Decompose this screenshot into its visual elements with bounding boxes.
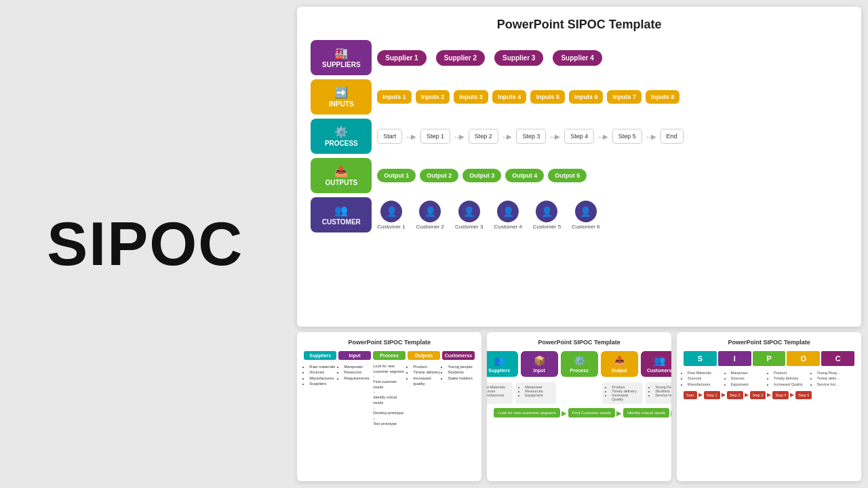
arrow-4: --▶ — [550, 133, 560, 140]
suppliers-content: Supplier 1 Supplier 2 Supplier 3 Supplie… — [377, 50, 848, 66]
mini-sipoc-col-s: Raw MaterialsSourcesManufactures — [684, 370, 725, 387]
process-step2: Step 2 — [469, 129, 498, 144]
process-step1: Step 1 — [420, 129, 450, 144]
mini-arrow-sep-1: ▶ — [616, 409, 622, 417]
mini-slide-2: PowerPoint SIPOC Template 👥 Suppliers 📦 … — [487, 332, 671, 481]
mini-content-3: ProductTimely deliveryIncreased Quality — [602, 382, 643, 404]
mini-slide-3: PowerPoint SIPOC Template S I P O C Raw … — [677, 332, 861, 481]
suppliers-text: SUPPLIERS — [322, 61, 361, 68]
left-panel: SIPOC — [0, 0, 290, 488]
mini-col-2: Look for new customer segment↓Find custo… — [373, 364, 406, 426]
mini-slide-3-title: PowerPoint SIPOC Template — [684, 339, 854, 346]
mini-step-arr-0: ▶ — [698, 392, 703, 398]
mini-step-arr-1: ▶ — [722, 392, 726, 398]
input-8: Inputs 8 — [646, 90, 680, 104]
sipoc-title: SIPOC — [47, 209, 243, 279]
customer-text: CUSTOMER — [322, 218, 361, 226]
input-mini-icon: 📦 — [534, 355, 545, 366]
outputs-row: 📤 OUTPUTS Output 1 Output 2 Output 3 Out… — [311, 158, 848, 193]
arrow-6: --▶ — [646, 133, 656, 140]
mini-arrow-row: Look for new customer segment ▶ Find Cus… — [494, 408, 665, 418]
customer-label: 👥 CUSTOMER — [311, 197, 372, 232]
mini-arrow-1: Find Customer needs — [568, 408, 615, 418]
mini-content-row: Raw MaterialsSourcesManufactures Manpowe… — [494, 382, 665, 404]
customer-avatar-6: 👤 — [575, 201, 597, 222]
mini-slide-1-title: PowerPoint SIPOC Template — [304, 339, 475, 346]
process-step3: Step 3 — [516, 129, 546, 144]
outputs-icon: 📤 — [334, 165, 348, 178]
process-icon: ⚙️ — [334, 125, 348, 138]
mini-header-0: Suppliers — [304, 351, 336, 360]
mini-step-2: Step 2 — [727, 391, 743, 399]
mini-step-start: Start — [684, 391, 697, 399]
customer-avatar-2: 👤 — [419, 201, 441, 222]
customer-item-5: 👤 Customer 5 — [533, 201, 561, 230]
mini-icon-2: ⚙️ Process — [561, 351, 598, 377]
mini-icon-4: 👥 Customers — [641, 351, 671, 377]
process-end: End — [660, 129, 684, 144]
mini-header-2: Process — [373, 351, 406, 360]
mini-step-1: Step 1 — [704, 391, 720, 399]
outputs-text: OUTPUTS — [325, 179, 357, 186]
process-label: ⚙️ PROCESS — [311, 119, 372, 154]
mini-arrow-sep-2: ▶ — [671, 409, 671, 417]
inputs-content: Inputs 1 Inputs 2 Inputs 3 Inputs 4 Inpu… — [377, 90, 848, 104]
customer-item-3: 👤 Customer 3 — [455, 201, 483, 230]
arrow-5: --▶ — [598, 133, 608, 140]
output-1: Output 1 — [377, 169, 416, 182]
process-step4: Step 4 — [564, 129, 594, 144]
mini-table-headers: Suppliers Input Process Outputs Customer… — [304, 351, 475, 360]
customer-name-5: Customer 5 — [533, 224, 561, 230]
mini-slide-2-title: PowerPoint SIPOC Template — [494, 339, 665, 346]
process-step5: Step 5 — [612, 129, 642, 144]
mini-content-1: ManpowerResourcesEquipment — [515, 382, 556, 404]
arrow-3: --▶ — [502, 133, 513, 140]
process-content: Start --▶ Step 1 --▶ Step 2 --▶ Step 3 -… — [377, 129, 848, 144]
outputs-content: Output 1 Output 2 Output 3 Output 4 Outp… — [377, 169, 848, 182]
input-5: Inputs 5 — [530, 90, 565, 104]
mini-step-5: Step 5 — [795, 391, 812, 399]
mini-step-arr-2: ▶ — [745, 392, 749, 398]
mini-table-content: Raw materialsSourcesManufacturesSupplier… — [304, 364, 475, 426]
main-slide-title: PowerPoint SIPOC Template — [311, 18, 848, 32]
customers-mini-label: Customers — [647, 368, 671, 373]
output-3: Output 3 — [462, 169, 501, 182]
input-4: Inputs 4 — [492, 90, 527, 104]
customer-row: 👥 CUSTOMER 👤 Customer 1 👤 Customer 2 👤 C… — [311, 197, 848, 232]
mini-icon-0: 👥 Suppliers — [487, 351, 517, 377]
process-start: Start — [377, 129, 402, 144]
mini-arrow-2: Identify critical needs — [623, 408, 669, 418]
mini-col-3: ProductTimely deliveryIncreased quality — [408, 364, 440, 426]
output-5: Output 5 — [548, 169, 587, 182]
main-layout: SIPOC PowerPoint SIPOC Template 🏭 SUPPLI… — [0, 0, 868, 488]
mini-header-3: Outputs — [408, 351, 440, 360]
process-mini-icon: ⚙️ — [574, 355, 585, 366]
mini-arrow-0: Look for new customer segment — [494, 408, 559, 418]
suppliers-icon: 🏭 — [334, 47, 348, 60]
output-4: Output 4 — [505, 169, 544, 182]
output-mini-icon: 📤 — [614, 355, 625, 366]
input-mini-label: Input — [534, 368, 545, 373]
mini-sipoc-col-c: Young Peop...Timely deliv...Service hol.… — [813, 370, 854, 387]
arrow-1: --▶ — [406, 133, 416, 140]
suppliers-mini-icon: 👥 — [494, 355, 505, 366]
inputs-icon: ➡️ — [334, 86, 348, 99]
customer-name-1: Customer 1 — [377, 224, 405, 230]
mini-header-1: Input — [338, 351, 371, 360]
customer-item-6: 👤 Customer 6 — [572, 201, 599, 230]
customer-name-4: Customer 4 — [494, 224, 521, 230]
suppliers-label: 🏭 SUPPLIERS — [311, 40, 372, 75]
mini-header-4: Customerss — [442, 351, 475, 360]
mini-letter-o: O — [787, 351, 820, 366]
mini-icons-row: 👥 Suppliers 📦 Input ⚙️ Process 📤 Output — [494, 351, 665, 377]
customer-item-4: 👤 Customer 4 — [494, 201, 521, 230]
customer-avatar-3: 👤 — [458, 201, 480, 222]
supplier-4: Supplier 4 — [553, 50, 601, 66]
mini-letter-c: C — [821, 351, 854, 366]
customer-item-1: 👤 Customer 1 — [377, 201, 405, 230]
customer-avatar-5: 👤 — [536, 201, 557, 222]
inputs-text: INPUTS — [329, 100, 354, 108]
mini-sipoc-letters: S I P O C — [684, 351, 854, 366]
input-6: Inputs 6 — [569, 90, 604, 104]
mini-sipoc-content: Raw MaterialsSourcesManufactures Manpowe… — [684, 370, 854, 387]
